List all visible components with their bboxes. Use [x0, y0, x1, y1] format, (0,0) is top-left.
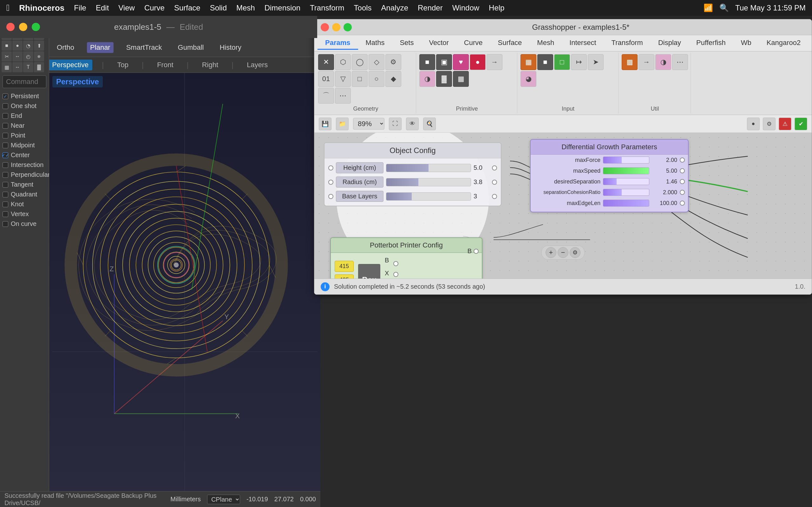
- gh-ok-btn[interactable]: ✔: [795, 118, 807, 130]
- search-icon[interactable]: 🔍: [719, 3, 729, 12]
- apple-menu[interactable]: : [6, 3, 9, 13]
- gh-tab-transform[interactable]: Transform: [604, 37, 651, 50]
- snap-intersection-checkbox[interactable]: [3, 162, 8, 168]
- ortho-button[interactable]: Ortho: [54, 42, 78, 53]
- sphere-icon[interactable]: ●: [12, 41, 22, 51]
- potterbot-box-component[interactable]: Box: [358, 264, 380, 279]
- radius-left-connector[interactable]: [328, 180, 334, 185]
- gh-prim-icon2[interactable]: ▣: [436, 54, 452, 70]
- layer-icon[interactable]: ▦: [2, 62, 12, 72]
- snap-intersection[interactable]: Intersection: [3, 161, 46, 169]
- gh-alert-btn[interactable]: ⚠: [779, 118, 792, 130]
- gh-input-icon6[interactable]: ◕: [520, 71, 537, 87]
- gh-zoom-gear[interactable]: ⚙: [570, 247, 580, 258]
- potterbot-input-405[interactable]: 405: [335, 274, 354, 279]
- trim-icon[interactable]: ✂: [2, 51, 12, 61]
- desiredsep-slider[interactable]: [603, 178, 649, 185]
- snap-vertex-checkbox[interactable]: [3, 211, 8, 217]
- gh-zoom-select[interactable]: 89% 100% 75% 50%: [353, 118, 385, 130]
- gh-icon-circle2[interactable]: ○: [368, 71, 385, 87]
- potterbot-b2-connector[interactable]: [473, 249, 478, 254]
- gh-input-icon5[interactable]: ➤: [588, 54, 604, 70]
- snap-tangent-checkbox[interactable]: [3, 182, 8, 187]
- snap-center-checkbox[interactable]: ✓: [3, 153, 8, 158]
- snap-point[interactable]: Point: [3, 132, 46, 139]
- gh-prim-icon6[interactable]: ◑: [419, 71, 435, 87]
- gh-tab-pufferfish[interactable]: Pufferfish: [689, 37, 733, 50]
- extrude-icon[interactable]: ⬆: [34, 41, 44, 51]
- snap-center[interactable]: ✓ Center: [3, 152, 46, 159]
- gh-util-icon3[interactable]: ◑: [655, 54, 671, 70]
- gh-input-icon3[interactable]: □: [554, 54, 570, 70]
- app-name[interactable]: Rhinoceros: [19, 3, 64, 13]
- minimize-button[interactable]: [19, 23, 27, 31]
- gh-save2-btn[interactable]: 📁: [336, 118, 349, 130]
- gh-prim-icon8[interactable]: ▦: [453, 71, 469, 87]
- snap-midpoint[interactable]: Midpoint: [3, 142, 46, 149]
- menu-curve[interactable]: Curve: [144, 3, 165, 12]
- snap-oneshot-checkbox[interactable]: [3, 103, 8, 109]
- snap-vertex[interactable]: Vertex: [3, 210, 46, 218]
- gh-icon-more[interactable]: ⋯: [335, 88, 351, 104]
- gh-prim-icon4[interactable]: ●: [470, 54, 486, 70]
- snap-knot[interactable]: Knot: [3, 201, 46, 208]
- menu-solid[interactable]: Solid: [210, 3, 227, 12]
- height-right-connector[interactable]: [492, 165, 497, 170]
- snap-perpendicular[interactable]: Perpendicular: [3, 171, 46, 178]
- maxspeed-slider[interactable]: [603, 167, 649, 174]
- layers-button[interactable]: Layers: [243, 60, 271, 70]
- viewport-tab-front[interactable]: Front: [153, 60, 177, 70]
- snap-oneshot[interactable]: One shot: [3, 102, 46, 110]
- menu-file[interactable]: File: [74, 3, 86, 12]
- object-config-box[interactable]: Object Config Height (cm) 5.0: [324, 142, 502, 206]
- viewport-tab-perspective[interactable]: Perspective: [48, 60, 92, 70]
- menu-tools[interactable]: Tools: [354, 3, 372, 12]
- maxedge-slider[interactable]: [603, 200, 649, 207]
- menu-help[interactable]: Help: [489, 3, 504, 12]
- gh-icon-hex[interactable]: ⬡: [335, 54, 351, 70]
- snap-oncurve-checkbox[interactable]: [3, 221, 8, 227]
- snap-persistent[interactable]: Persistent: [3, 93, 46, 100]
- gh-icon-01[interactable]: 01: [318, 71, 334, 87]
- gh-icon-diamond[interactable]: ◇: [368, 54, 385, 70]
- maximize-button[interactable]: [32, 23, 40, 31]
- gh-tab-params[interactable]: Params: [317, 37, 358, 50]
- gh-input-icon4[interactable]: ↦: [571, 54, 587, 70]
- sepcoh-slider[interactable]: [603, 189, 649, 196]
- baselayers-right-connector[interactable]: [492, 194, 497, 199]
- viewport-3d[interactable]: Perspective X Y Z: [49, 73, 320, 491]
- history-button[interactable]: History: [216, 42, 244, 53]
- gh-icon-dot[interactable]: ◆: [386, 71, 401, 87]
- extend-icon[interactable]: ↔: [12, 51, 22, 61]
- smarttrack-button[interactable]: SmartTrack: [123, 42, 165, 53]
- gh-tab-kangaroo2[interactable]: Kangaroo2: [759, 37, 809, 50]
- offset-icon[interactable]: ⎈: [34, 51, 44, 61]
- menu-view[interactable]: View: [118, 3, 135, 12]
- menu-window[interactable]: Window: [452, 3, 479, 12]
- gh-input-icon2[interactable]: ■: [537, 54, 553, 70]
- gh-wire-btn[interactable]: ●: [747, 118, 760, 130]
- gh-icon-gear[interactable]: ⚙: [386, 54, 401, 70]
- radius-right-connector[interactable]: [492, 180, 497, 185]
- menu-render[interactable]: Render: [418, 3, 443, 12]
- gh-bake-btn[interactable]: 🍳: [423, 118, 436, 130]
- planar-button[interactable]: Planar: [87, 42, 113, 53]
- snap-persistent-checkbox[interactable]: [3, 94, 8, 99]
- snap-near[interactable]: Near: [3, 122, 46, 129]
- gh-fit-btn[interactable]: ⛶: [389, 118, 402, 130]
- gh-settings-btn[interactable]: ⚙: [763, 118, 775, 130]
- gh-tab-wb[interactable]: Wb: [733, 37, 759, 50]
- menu-surface[interactable]: Surface: [174, 3, 200, 12]
- sepcoh-connector[interactable]: [680, 190, 685, 195]
- menu-transform[interactable]: Transform: [310, 3, 344, 12]
- viewport-tab-right[interactable]: Right: [198, 60, 222, 70]
- gh-minimize-button[interactable]: [332, 23, 340, 32]
- menu-mesh[interactable]: Mesh: [236, 3, 255, 12]
- potterbot-x-connector[interactable]: [393, 272, 398, 277]
- diff-growth-node[interactable]: Differential Growth Parameters maxForce …: [530, 139, 689, 212]
- maxedge-connector[interactable]: [680, 201, 685, 206]
- hatch-icon[interactable]: ▓: [34, 62, 44, 72]
- desiredsep-connector[interactable]: [680, 179, 685, 184]
- gh-preview-btn[interactable]: 👁: [406, 118, 419, 130]
- snap-end-checkbox[interactable]: [3, 113, 8, 119]
